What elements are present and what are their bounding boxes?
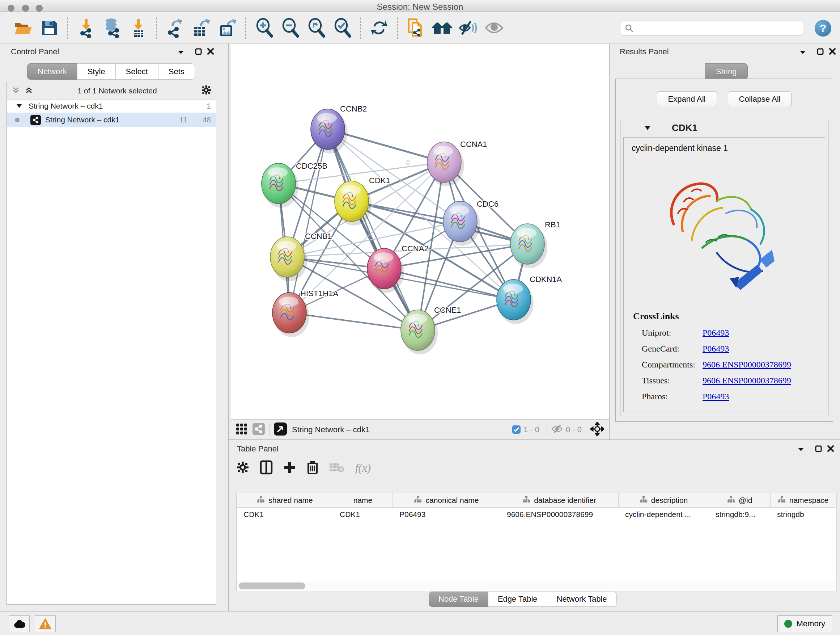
toolbar-search[interactable] [621, 21, 803, 36]
crosslink-link[interactable]: 9606.ENSP00000378699 [703, 376, 791, 386]
tab-network-table[interactable]: Network Table [547, 592, 617, 607]
network-node-CCNB2[interactable] [311, 109, 347, 154]
import-network-database-icon[interactable] [101, 17, 123, 39]
table-cell[interactable]: CDK1 [333, 508, 393, 521]
tab-network[interactable]: Network [27, 63, 77, 80]
control-panel-title: Control Panel [11, 47, 59, 57]
import-table-file-icon[interactable] [127, 17, 149, 39]
cloud-status-button[interactable] [9, 616, 30, 632]
tab-select[interactable]: Select [115, 63, 158, 80]
delete-column-icon[interactable] [307, 461, 318, 476]
birds-eye-view-icon[interactable] [236, 423, 248, 436]
open-in-window-icon[interactable] [274, 423, 287, 437]
collapse-entry-icon[interactable] [644, 126, 651, 130]
crosslink-link[interactable]: 9606.ENSP00000378699 [703, 360, 791, 370]
tab-sets[interactable]: Sets [158, 63, 195, 80]
tab-string[interactable]: String [705, 63, 748, 80]
table-cell[interactable]: stringdb [771, 508, 836, 521]
tab-edge-table[interactable]: Edge Table [488, 592, 547, 607]
network-edge-CCNB2-CCNE1[interactable] [328, 129, 418, 330]
table-cell[interactable]: CDK1 [237, 508, 333, 521]
float-panel-icon[interactable] [814, 444, 823, 453]
tab-style[interactable]: Style [77, 63, 116, 80]
search-input[interactable] [636, 24, 799, 33]
tab-node-table[interactable]: Node Table [429, 592, 488, 607]
network-collection-row[interactable]: String Network – cdk1 1 [7, 100, 216, 112]
import-network-file-icon[interactable] [75, 17, 97, 39]
network-node-CDC25B[interactable] [262, 163, 298, 208]
network-node-CCNA1[interactable] [427, 142, 464, 187]
network-node-CDKN1A[interactable] [497, 279, 534, 324]
column-header-shared-name[interactable]: shared name [237, 493, 333, 507]
network-node-CDC6[interactable] [443, 201, 480, 246]
close-panel-icon[interactable] [826, 444, 835, 453]
fit-content-move-icon[interactable] [591, 422, 604, 437]
crosslink-link[interactable]: P06493 [703, 392, 729, 402]
table-row[interactable]: CDK1CDK1P064939606.ENSP00000378699cyclin… [237, 508, 836, 521]
table-cell[interactable]: P06493 [393, 508, 500, 521]
home-icon[interactable] [431, 17, 453, 39]
show-columns-icon[interactable] [260, 460, 273, 476]
table-cell[interactable]: stringdb:9... [709, 508, 771, 521]
add-column-icon[interactable] [284, 461, 296, 475]
close-panel-icon[interactable] [206, 47, 215, 56]
network-share-icon[interactable] [253, 423, 265, 437]
zoom-in-icon[interactable] [253, 17, 275, 39]
collapse-triangle-icon[interactable] [16, 104, 22, 108]
scrollbar-thumb[interactable] [239, 583, 305, 589]
copy-network-icon[interactable] [405, 17, 427, 39]
crosslink-link[interactable]: P06493 [703, 344, 729, 354]
network-row[interactable]: String Network – cdk1 11 48 [7, 112, 216, 127]
export-network-icon[interactable] [164, 17, 186, 39]
panel-menu-icon[interactable] [798, 48, 807, 57]
table-cell[interactable]: cyclin-dependent ... [619, 508, 709, 521]
network-edge-CCNB2-HIST1H1A[interactable] [289, 129, 328, 313]
network-canvas[interactable]: CCNB2CCNA1CDC25BCDK1CDC6RB1CCNB1CCNA2CDK… [231, 44, 609, 419]
save-session-icon[interactable] [38, 17, 60, 39]
column-header-canonical-name[interactable]: canonical name [393, 493, 500, 507]
show-hidden-eye-icon[interactable] [483, 17, 505, 39]
column-header-namespace[interactable]: namespace [771, 493, 836, 507]
network-node-RB1[interactable] [510, 224, 547, 268]
zoom-out-icon[interactable] [279, 17, 301, 39]
help-icon[interactable]: ? [815, 20, 831, 36]
crosslink-link[interactable]: P06493 [703, 328, 729, 338]
table-cell[interactable]: 9606.ENSP00000378699 [500, 508, 619, 521]
collapse-all-button[interactable]: Collapse All [728, 91, 792, 107]
network-graph[interactable]: CCNB2CCNA1CDC25BCDK1CDC6RB1CCNB1CCNA2CDK… [231, 44, 609, 419]
panel-menu-icon[interactable] [797, 445, 805, 454]
refresh-view-icon[interactable] [368, 17, 390, 39]
warning-icon [39, 618, 51, 629]
hide-selected-eye-icon[interactable] [457, 17, 479, 39]
network-options-gear-icon[interactable] [202, 86, 211, 96]
splitter-handle[interactable] [406, 160, 410, 165]
panel-menu-icon[interactable] [177, 48, 185, 57]
horizontal-scrollbar[interactable] [237, 581, 836, 591]
column-header-description[interactable]: description [619, 493, 709, 507]
zoom-selected-icon[interactable] [332, 17, 353, 39]
column-header-name[interactable]: name [333, 493, 393, 507]
export-table-icon[interactable] [190, 17, 212, 39]
crosslink-row: Uniprot:P06493 [633, 328, 825, 338]
float-panel-icon[interactable] [194, 47, 202, 56]
hidden-eye-icon[interactable] [551, 424, 563, 435]
node-table[interactable]: shared namenamecanonical namedatabase id… [237, 493, 836, 591]
expand-all-tree-icon[interactable] [12, 86, 20, 96]
network-node-CCNE1[interactable] [401, 310, 438, 355]
open-session-icon[interactable] [12, 17, 34, 39]
node-label-HIST1H1A: HIST1H1A [300, 289, 338, 298]
memory-button[interactable]: Memory [777, 616, 832, 632]
table-options-gear-icon[interactable] [237, 461, 249, 475]
zoom-fit-icon[interactable] [305, 17, 327, 39]
expand-all-button[interactable]: Expand All [657, 91, 717, 107]
float-panel-icon[interactable] [816, 47, 824, 56]
column-header-database-identifier[interactable]: database identifier [500, 493, 619, 507]
close-panel-icon[interactable] [828, 47, 837, 56]
warning-status-button[interactable] [35, 616, 56, 632]
column-header--id[interactable]: @id [709, 493, 771, 507]
network-node-CCNA2[interactable] [367, 249, 404, 293]
export-image-icon[interactable] [216, 17, 238, 39]
collapse-all-tree-icon[interactable] [25, 86, 33, 96]
selected-nodes-checkbox[interactable] [512, 425, 521, 434]
network-node-CDK1[interactable] [335, 181, 371, 226]
